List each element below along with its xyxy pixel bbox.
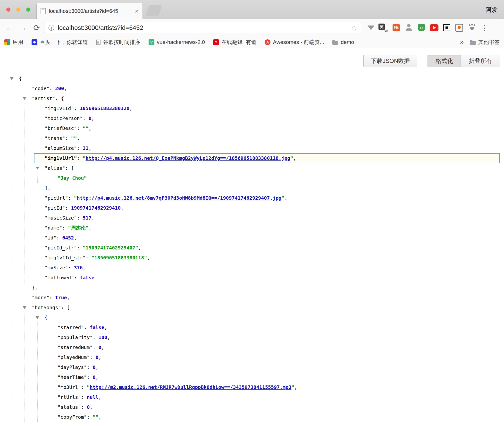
baidu-favicon-icon xyxy=(32,39,37,45)
json-literal-value: true xyxy=(55,295,67,300)
json-key: "img1v1Url" xyxy=(45,155,77,161)
json-string-value: "周杰伦" xyxy=(68,225,88,231)
json-line: "picUrl": "http://p4.music.126.net/8mv7q… xyxy=(0,193,504,203)
json-line: "playedNum": 0, xyxy=(0,352,504,362)
json-colon: : xyxy=(68,265,74,271)
collapse-arrow-extension-icon[interactable] xyxy=(366,23,376,33)
page-info-icon[interactable]: ⓘ xyxy=(48,24,54,32)
browser-profile-name[interactable]: 阿发 xyxy=(486,6,498,14)
window-maximize-button[interactable] xyxy=(26,8,30,12)
paw-extension-icon[interactable] xyxy=(467,23,477,33)
json-punctuation: }, xyxy=(32,285,38,290)
bookmark-item[interactable]: Y在线翻译_有道 xyxy=(213,39,256,46)
bookmark-item[interactable]: AAwesomes - 前端资... xyxy=(265,39,324,46)
json-url-link[interactable]: http://p4.music.126.net/Q_ExePNkmgB2yWyL… xyxy=(86,155,290,161)
json-viewer-actions: 下载JSON数据 格式化 折叠所有 xyxy=(363,55,500,67)
json-key: "popularity" xyxy=(58,334,93,340)
json-line: "hotSongs": [ xyxy=(0,303,504,313)
fe-extension-label: FE xyxy=(393,24,400,31)
translate-extension-icon[interactable]: 英 xyxy=(379,23,388,33)
json-quote: " xyxy=(291,384,294,390)
tree-guide-line xyxy=(25,103,25,283)
window-close-button[interactable] xyxy=(6,8,10,12)
other-bookmarks-folder[interactable]: 其他书签 xyxy=(470,39,500,46)
vue-favicon-icon: V xyxy=(149,39,154,45)
profile-extension-icon[interactable] xyxy=(404,23,414,33)
json-colon: : xyxy=(93,334,99,340)
json-body: {"code": 200,"artist": {"img1v1Id": 1856… xyxy=(0,74,504,426)
bookmark-star-icon[interactable]: ☆ xyxy=(351,24,357,32)
bookmark-label: Awesomes - 前端资... xyxy=(273,39,324,46)
json-punctuation: , xyxy=(74,235,77,241)
json-line: "popularity": 100, xyxy=(0,332,504,342)
player-extension-icon[interactable] xyxy=(454,23,464,33)
extensions-row: 英FEu xyxy=(366,23,477,33)
bookmarks-overflow-icon[interactable]: » xyxy=(460,38,464,46)
url-text[interactable]: localhost:3000/artists?id=6452 xyxy=(58,24,143,32)
json-key: "briefDesc" xyxy=(45,125,77,131)
collapse-arrow-icon[interactable] xyxy=(10,77,14,80)
json-key: "rtUrls" xyxy=(58,394,81,400)
json-string-value: "Jay Chou" xyxy=(58,175,87,181)
json-punctuation: , xyxy=(107,334,110,340)
browser-menu-icon[interactable]: ⋮ xyxy=(480,23,488,33)
bookmark-item[interactable]: 应用 xyxy=(4,39,23,46)
tab-title: localhost:3000/artists?id=645 xyxy=(49,8,132,14)
shield-extension-icon[interactable]: u xyxy=(417,23,426,33)
youtube-extension-icon[interactable] xyxy=(429,23,439,33)
bookmark-item[interactable]: 百度一下，你就知道 xyxy=(32,39,88,46)
browser-tab[interactable]: localhost:3000/artists?id=645 × xyxy=(36,3,143,19)
json-punctuation: , xyxy=(99,414,101,420)
download-json-button[interactable]: 下载JSON数据 xyxy=(363,55,417,67)
json-colon: : xyxy=(65,165,71,171)
bookmark-label: 谷歌按时间排序 xyxy=(103,39,140,46)
json-punctuation: , xyxy=(99,354,101,360)
json-colon: : xyxy=(56,235,62,241)
bookmark-item[interactable]: 谷歌按时间排序 xyxy=(96,39,140,46)
json-line: "starred": false, xyxy=(0,323,504,332)
json-key: "starred" xyxy=(58,324,84,330)
json-punctuation: , xyxy=(293,155,296,161)
json-number-value: 31 xyxy=(83,145,89,151)
tree-guide-line xyxy=(37,323,38,422)
json-line-highlighted: "img1v1Url": "http://p4.music.126.net/Q_… xyxy=(34,153,500,163)
address-bar[interactable]: ⓘ localhost:3000/artists?id=6452 ☆ xyxy=(44,22,361,33)
json-key: "img1v1Id" xyxy=(45,105,74,111)
json-key: "picId" xyxy=(45,205,65,211)
bookmark-item[interactable]: demo xyxy=(332,39,354,45)
page-favicon-icon xyxy=(41,8,46,14)
json-key: "img1v1Id_str" xyxy=(45,255,86,261)
collapse-arrow-icon[interactable] xyxy=(23,306,26,309)
bookmark-label: 百度一下，你就知道 xyxy=(40,39,88,46)
json-url-link[interactable]: http://m2.music.126.net/RMJR7wDullRqppBk… xyxy=(90,384,291,390)
json-punctuation: [ xyxy=(67,305,70,310)
json-line: "musicSize": 517, xyxy=(0,213,504,223)
json-string-value: "" xyxy=(83,125,89,131)
bookmark-item[interactable]: Vvue-hackernews-2.0 xyxy=(149,39,205,45)
tree-guide-line xyxy=(25,313,25,422)
json-key: "id" xyxy=(45,235,56,241)
fe-extension-icon[interactable]: FE xyxy=(391,23,401,33)
collapse-arrow-icon[interactable] xyxy=(35,167,39,170)
json-url-link[interactable]: http://p4.music.126.net/8mv7qP30Pd3oHW8b… xyxy=(77,195,281,201)
new-tab-button[interactable] xyxy=(145,5,162,16)
json-line: "picId": 19097417462929410, xyxy=(0,203,504,213)
json-punctuation: , xyxy=(67,295,70,300)
json-colon: : xyxy=(74,105,80,111)
view-mode-segmented-control: 格式化 折叠所有 xyxy=(428,55,500,67)
qrcode-extension-icon[interactable] xyxy=(442,23,452,33)
collapse-arrow-icon[interactable] xyxy=(35,316,39,319)
json-colon: : xyxy=(81,404,87,410)
reload-button[interactable]: ⟳ xyxy=(31,23,43,33)
window-minimize-button[interactable] xyxy=(16,8,20,12)
collapse-all-button[interactable]: 折叠所有 xyxy=(461,55,500,67)
json-punctuation: , xyxy=(92,115,94,121)
tab-close-icon[interactable]: × xyxy=(135,8,139,14)
json-string-value: "18569651883380118" xyxy=(92,255,147,261)
json-colon: : xyxy=(93,344,99,350)
back-button[interactable]: ← xyxy=(3,23,16,32)
json-colon: : xyxy=(62,225,68,231)
collapse-arrow-icon[interactable] xyxy=(23,97,26,100)
json-line: "picId_str": "19097417462929407", xyxy=(0,243,504,253)
format-button[interactable]: 格式化 xyxy=(428,55,461,67)
